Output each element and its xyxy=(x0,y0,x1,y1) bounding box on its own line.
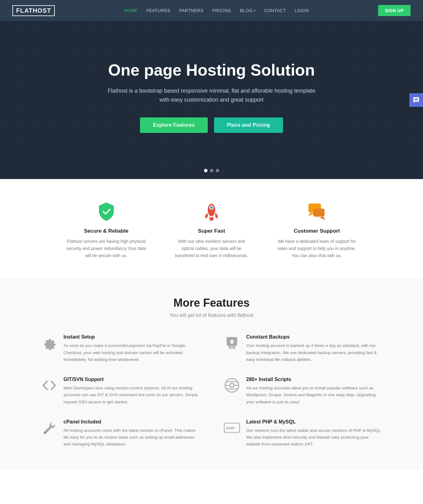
carousel-dot-1[interactable] xyxy=(204,169,207,172)
svg-point-2 xyxy=(210,206,213,209)
nav-links: HOME FEATURES PARTNERS PRICING BLOG ▾ CO… xyxy=(124,8,309,13)
hero-section: One page Hosting Solution Flathost is a … xyxy=(0,21,423,179)
nav-link-contact[interactable]: CONTACT xyxy=(264,8,286,13)
feature-fast-title: Super Fast xyxy=(171,228,252,234)
svg-rect-9 xyxy=(230,347,233,348)
chevron-down-icon: ▾ xyxy=(254,9,256,12)
wordpress-icon xyxy=(224,377,240,393)
feature-text-instant-setup: Instant Setup As soon as you make a succ… xyxy=(63,334,199,363)
nav-link-login[interactable]: LOGIN xyxy=(294,8,309,13)
feature-row-php: PHP Latest PHP & MySQL Our network runs … xyxy=(224,419,382,448)
feature-title-git: GIT/SVN Support xyxy=(63,377,199,382)
feature-title-php: Latest PHP & MySQL xyxy=(246,419,382,425)
backup-icon xyxy=(224,335,240,351)
nav-item-login[interactable]: LOGIN xyxy=(294,8,309,13)
feature-fast: Super Fast With our ultra mordern server… xyxy=(171,201,252,259)
hero-buttons: Explore Features Plans and Pricing xyxy=(140,117,283,133)
feature-text-git: GIT/SVN Support Web Developers love usin… xyxy=(63,377,199,405)
feature-desc-scripts: All our hosting accounts allow you to in… xyxy=(246,385,382,405)
navbar: FLATHOST HOME FEATURES PARTNERS PRICING … xyxy=(0,0,423,21)
nav-link-features[interactable]: FEATURES xyxy=(146,8,171,13)
hero-carousel-dots xyxy=(204,169,219,172)
chat-feature-icon xyxy=(306,201,328,222)
nav-link-partners[interactable]: PARTNERS xyxy=(179,8,203,13)
feature-support-desc: We have a dedicated team of support for … xyxy=(277,238,357,259)
php-icon: PHP xyxy=(224,420,240,436)
nav-link-blog[interactable]: BLOG ▾ xyxy=(240,8,255,13)
carousel-dot-2[interactable] xyxy=(210,169,213,172)
more-features-section: More Features You will get lot of featur… xyxy=(0,278,423,469)
brand-flat: FLAT xyxy=(16,7,33,14)
feature-desc-instant-setup: As soon as you make a successful payment… xyxy=(63,342,199,363)
feature-secure: Secure & Reliable Flathost servers are h… xyxy=(66,201,146,259)
nav-item-contact[interactable]: CONTACT xyxy=(264,8,286,13)
feature-secure-title: Secure & Reliable xyxy=(66,228,146,234)
feature-row-scripts: 280+ Install Scripts All our hosting acc… xyxy=(224,377,382,405)
feature-title-cpanel: cPanel Included xyxy=(63,419,199,425)
brand-logo[interactable]: FLATHOST xyxy=(12,5,55,16)
explore-features-button[interactable]: Explore Features xyxy=(140,117,208,133)
gear-icon xyxy=(41,335,57,351)
carousel-dot-3[interactable] xyxy=(216,169,219,172)
nav-item-home[interactable]: HOME xyxy=(124,8,138,13)
feature-title-scripts: 280+ Install Scripts xyxy=(246,377,382,382)
more-features-title: More Features xyxy=(25,296,398,309)
feature-desc-php: Our network runs the latest stable and s… xyxy=(246,427,382,448)
nav-item-features[interactable]: FEATURES xyxy=(146,8,171,13)
nav-link-pricing[interactable]: PRICING xyxy=(212,8,231,13)
feature-desc-backups: Your hosting account is backed up 4 time… xyxy=(246,342,382,363)
svg-marker-6 xyxy=(319,217,325,220)
feature-support-title: Customer Support xyxy=(277,228,357,234)
feature-row-cpanel: cPanel Included All hosting accounts com… xyxy=(41,419,199,448)
feature-title-instant-setup: Instant Setup xyxy=(63,334,199,340)
feature-text-backups: Constant Backups Your hosting account is… xyxy=(246,334,382,363)
features-strip-section: Secure & Reliable Flathost servers are h… xyxy=(0,179,423,278)
rocket-feature-icon xyxy=(201,201,222,222)
features-grid: Instant Setup As soon as you make a succ… xyxy=(41,334,382,448)
more-features-subtitle: You will get lot of features with flatho… xyxy=(25,313,398,318)
svg-point-12 xyxy=(230,383,234,388)
shield-feature-icon xyxy=(95,201,117,222)
feature-text-scripts: 280+ Install Scripts All our hosting acc… xyxy=(246,377,382,405)
wrench-icon xyxy=(41,420,57,436)
nav-item-partners[interactable]: PARTNERS xyxy=(179,8,203,13)
brand-host: HOST xyxy=(33,7,51,14)
nav-link-home[interactable]: HOME xyxy=(124,8,138,13)
nav-item-blog[interactable]: BLOG ▾ xyxy=(240,8,255,13)
more-features-header: More Features You will get lot of featur… xyxy=(25,296,398,318)
feature-text-php: Latest PHP & MySQL Our network runs the … xyxy=(246,419,382,448)
chat-widget-button[interactable] xyxy=(409,93,423,107)
feature-title-backups: Constant Backups xyxy=(246,334,382,340)
feature-secure-desc: Flathost servers are having high physica… xyxy=(66,238,146,259)
feature-support: Customer Support We have a dedicated tea… xyxy=(277,201,357,259)
feature-fast-desc: With our ultra mordern servers and optic… xyxy=(171,238,252,259)
chat-bubble-icon xyxy=(413,97,420,103)
plans-pricing-button[interactable]: Plans and Pricing xyxy=(214,117,283,133)
signup-button[interactable]: SIGN UP xyxy=(378,5,411,16)
code-icon xyxy=(41,377,57,393)
hero-description: Flathost is a bootstrap based responsive… xyxy=(106,86,317,104)
hero-title: One page Hosting Solution xyxy=(108,61,315,80)
svg-rect-5 xyxy=(313,208,325,217)
feature-row-backups: Constant Backups Your hosting account is… xyxy=(224,334,382,363)
feature-row-git: GIT/SVN Support Web Developers love usin… xyxy=(41,377,199,405)
svg-text:PHP: PHP xyxy=(226,426,235,431)
svg-point-15 xyxy=(44,432,46,433)
nav-item-pricing[interactable]: PRICING xyxy=(212,8,231,13)
feature-row-instant-setup: Instant Setup As soon as you make a succ… xyxy=(41,334,199,363)
feature-desc-git: Web Developers love using version contro… xyxy=(63,385,199,405)
feature-text-cpanel: cPanel Included All hosting accounts com… xyxy=(63,419,199,448)
feature-desc-cpanel: All hosting accounts come with the lates… xyxy=(63,427,199,448)
